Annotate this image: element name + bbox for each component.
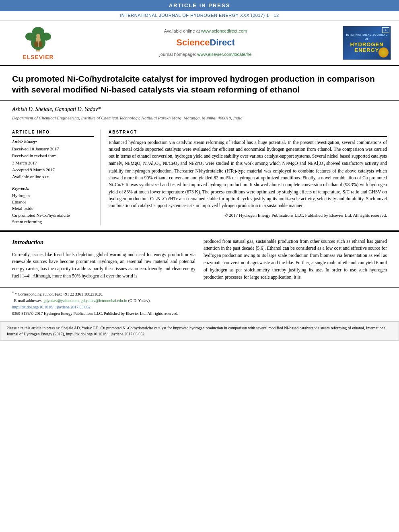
sciencedirect-logo: ScienceDirect (176, 37, 235, 49)
keyword-cu-promoted: Cu promoted Ni-Co/hydrotalcite (12, 212, 94, 218)
article-title: Cu promoted Ni-Co/hydrotalcite catalyst … (12, 73, 387, 95)
keyword-hydrogen: Hydrogen (12, 193, 94, 199)
keyword-metal-oxide: Metal oxide (12, 205, 94, 212)
sciencedirect-url[interactable]: www.sciencedirect.com (201, 29, 247, 33)
svg-point-6 (36, 34, 40, 38)
body-left-column: Introduction Currently, issues like foss… (12, 238, 195, 281)
received-revised-date: 3 March 2017 (12, 160, 94, 166)
body-section: Introduction Currently, issues like foss… (0, 232, 399, 287)
corresponding-author-note: * * Corresponding author. Fax: +91 22 33… (12, 291, 387, 297)
body-right-column: produced from natural gas, sustainable p… (204, 238, 387, 281)
introduction-heading: Introduction (12, 238, 195, 248)
science-text: Science (176, 37, 210, 47)
abstract-copyright: © 2017 Hydrogen Energy Publications LLC.… (109, 212, 387, 218)
journal-cover-image: International Journal of HYDROGENENERGY … (343, 26, 391, 60)
doi-line: http://dx.doi.org/10.1016/j.ijhydene.201… (12, 304, 387, 310)
intro-right-text: produced from natural gas, sustainable p… (204, 238, 387, 281)
keywords-label: Keywords: (12, 186, 94, 191)
abstract-column: ABSTRACT Enhanced hydrogen production vi… (109, 129, 387, 226)
email1-link[interactable]: gdyadav@yahoo.com (43, 298, 78, 303)
email2-link[interactable]: gd.yadav@ictmumbai.edu.in (81, 298, 128, 303)
keyword-steam-reforming: Steam reforming (12, 219, 94, 225)
authors-section: Ashish D. Shejale, Ganapati D. Yadav* De… (0, 101, 399, 125)
footnote-section: * * Corresponding author. Fax: +91 22 33… (0, 287, 399, 319)
direct-text: Direct (210, 37, 234, 47)
affiliation-line: Department of Chemical Engineering, Inst… (12, 115, 387, 121)
authors-line: Ashish D. Shejale, Ganapati D. Yadav* (12, 105, 387, 113)
journal-homepage-line: journal homepage: www.elsevier.com/locat… (159, 51, 251, 58)
copyright-footer: 0360-3199/© 2017 Hydrogen Energy Publica… (12, 311, 387, 316)
accepted-date: Accepted 9 March 2017 (12, 167, 94, 173)
available-online: Available online xxx (12, 174, 94, 180)
elsevier-logo: ELSEVIER (22, 25, 54, 62)
available-online-text: Available online at www.sciencedirect.co… (164, 28, 247, 34)
elsevier-logo-area: ELSEVIER (6, 25, 70, 62)
intro-left-text: Currently, issues like fossil fuels depl… (12, 251, 195, 280)
journal-homepage-url[interactable]: www.elsevier.com/locate/he (197, 52, 252, 57)
article-in-press-banner: ARTICLE IN PRESS (0, 0, 399, 11)
article-title-section: Cu promoted Ni-Co/hydrotalcite catalyst … (0, 66, 399, 101)
info-abstract-section: ARTICLE INFO Article history: Received 1… (0, 125, 399, 231)
elsevier-tree-icon (22, 25, 54, 53)
header-section: ELSEVIER Available online at www.science… (0, 21, 399, 66)
keywords-section: Keywords: Hydrogen Ethanol Metal oxide C… (12, 186, 94, 225)
elsevier-text-label: ELSEVIER (23, 53, 53, 62)
received-revised-label: Received in revised form (12, 153, 94, 159)
email-addresses: E-mail addresses: gdyadav@yahoo.com, gd.… (12, 298, 387, 304)
journal-title-bar: INTERNATIONAL JOURNAL OF HYDROGEN ENERGY… (0, 11, 399, 20)
article-info-column: ARTICLE INFO Article history: Received 1… (12, 129, 101, 226)
keyword-ethanol: Ethanol (12, 199, 94, 205)
header-center: Available online at www.sciencedirect.co… (74, 25, 337, 62)
journal-cover-area: International Journal of HYDROGENENERGY … (341, 25, 393, 62)
article-info-heading: ARTICLE INFO (12, 129, 94, 137)
citation-box: Please cite this article in press as: Sh… (0, 321, 399, 341)
doi-link[interactable]: http://dx.doi.org/10.1016/j.ijhydene.201… (12, 305, 90, 309)
article-history-label: Article history: (12, 139, 94, 145)
abstract-text: Enhanced hydrogen production via catalyt… (109, 139, 387, 210)
received-date: Received 10 January 2017 (12, 146, 94, 152)
abstract-heading: ABSTRACT (109, 129, 387, 137)
